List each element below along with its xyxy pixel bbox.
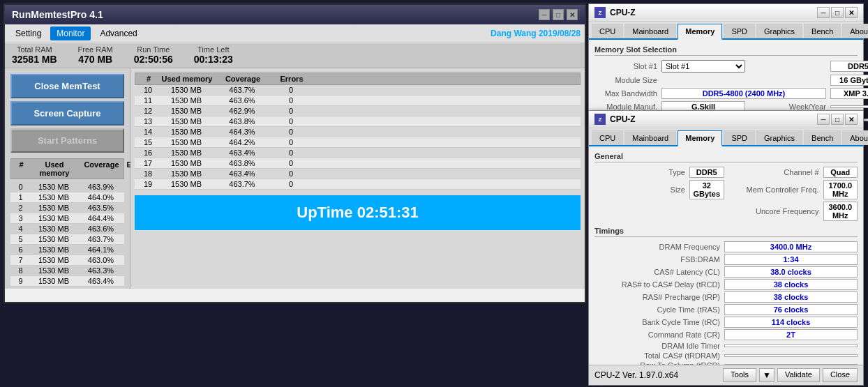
close-cpuz-button[interactable]: Close: [823, 368, 858, 382]
module-size-label: Module Size: [594, 76, 657, 84]
cpuz2-titlebar: Z CPU-Z ─ □ ✕: [589, 111, 863, 128]
type-value: DDR5: [830, 61, 868, 72]
rth-num: #: [138, 75, 159, 83]
memtest-title: RunMemtestPro 4.1: [12, 9, 103, 20]
timing-row: RAS# to CAS# Delay (tRCD) 38 clocks: [594, 279, 858, 290]
cpuz1-controls: ─ □ ✕: [817, 7, 858, 18]
lth-num: #: [13, 160, 30, 177]
menu-advanced[interactable]: Advanced: [93, 26, 143, 40]
general-section-title: General: [594, 152, 858, 162]
right-table-row: 12 1530 MB 462.9% 0: [135, 106, 581, 116]
cpuz-window-2: Z CPU-Z ─ □ ✕ CPU Mainboard Memory SPD G…: [588, 110, 864, 386]
left-table-row: 7 1530 MB 463.0% 0: [10, 255, 124, 266]
type2-value: DDR5: [689, 167, 724, 178]
cpuz1-tab-cpu[interactable]: CPU: [592, 24, 623, 38]
cpuz2-tab-cpu[interactable]: CPU: [592, 130, 623, 145]
timing-row: FSB:DRAM 1:34: [594, 254, 858, 265]
cpuz1-minimize[interactable]: ─: [817, 7, 830, 18]
left-table: 0 1530 MB 463.9% 0 1 1530 MB 464.0% 0 2 …: [10, 182, 124, 287]
maximize-btn[interactable]: □: [553, 9, 564, 20]
right-table-row: 18 1530 MB 463.4% 0: [135, 169, 581, 179]
close-btn[interactable]: ✕: [567, 9, 578, 20]
size2-value: 32 GBytes: [689, 180, 724, 199]
cpuz1-titlebar: Z CPU-Z ─ □ ✕: [589, 4, 863, 22]
right-table-row: 15 1530 MB 464.2% 0: [135, 137, 581, 148]
minimize-btn[interactable]: ─: [539, 9, 550, 20]
left-table-row: 0 1530 MB 463.9% 0: [10, 182, 124, 192]
right-table-header: # Used memory Coverage Errors: [135, 73, 581, 85]
cpuz2-tab-about[interactable]: About: [842, 130, 868, 145]
left-table-row: 4 1530 MB 463.6% 0: [10, 224, 124, 234]
cpuz1-tab-spd[interactable]: SPD: [724, 24, 755, 38]
memtest-menubar: Setting Monitor Advanced Dang Wang 2019/…: [5, 24, 585, 43]
timing-row: Total CAS# (tRDRAM): [594, 351, 858, 360]
left-panel: Close MemTest Screen Capture Start Patte…: [5, 68, 130, 289]
cpuz1-maximize[interactable]: □: [831, 7, 844, 18]
run-time-stat: Run Time 02:50:56: [134, 45, 173, 65]
rth-mem: Used memory: [159, 75, 215, 83]
left-table-row: 8 1530 MB 463.3% 0: [10, 266, 124, 276]
cpuz1-title-left: Z CPU-Z: [594, 7, 636, 18]
right-table: 10 1530 MB 463.7% 0 11 1530 MB 463.6% 0 …: [135, 85, 581, 190]
validate-button[interactable]: Validate: [777, 368, 820, 382]
menu-monitor[interactable]: Monitor: [50, 26, 91, 40]
tools-dropdown[interactable]: ▼: [759, 368, 775, 382]
start-patterns-button[interactable]: Start Patterns: [10, 128, 124, 153]
cpuz2-content: General Type DDR5 Channel # Quad Size 32…: [589, 146, 863, 377]
cpuz1-close[interactable]: ✕: [845, 7, 858, 18]
slot-label: Slot #1: [594, 62, 657, 70]
timing-row: DRAM Idle Timer: [594, 342, 858, 350]
uncore-label: Uncore Frequency: [728, 207, 819, 215]
timing-row: Bank Cycle Time (tRC) 114 clocks: [594, 317, 858, 328]
memtest-body: Close MemTest Screen Capture Start Patte…: [5, 68, 585, 289]
timings-table: DRAM Frequency 3400.0 MHz FSB:DRAM 1:34 …: [594, 241, 858, 370]
cpuz2-tab-graphics[interactable]: Graphics: [756, 130, 802, 145]
lth-cov: Coverage: [79, 160, 124, 177]
timing-row: Command Rate (CR) 2T: [594, 329, 858, 340]
right-table-row: 11 1530 MB 463.6% 0: [135, 96, 581, 106]
channel-label: Channel #: [728, 168, 819, 176]
cpuz2-controls: ─ □ ✕: [817, 114, 858, 125]
close-memtest-button[interactable]: Close MemTest: [10, 74, 124, 98]
left-table-row: 1 1530 MB 464.0% 0: [10, 192, 124, 203]
screen-capture-button[interactable]: Screen Capture: [10, 101, 124, 126]
free-ram-label: Free RAM: [78, 45, 113, 54]
cpuz1-tab-graphics[interactable]: Graphics: [756, 24, 802, 38]
cpuz2-tab-mainboard[interactable]: Mainboard: [624, 130, 676, 145]
cpuz2-minimize[interactable]: ─: [817, 114, 830, 125]
run-time-value: 02:50:56: [134, 54, 173, 65]
cpuz1-icon: Z: [594, 7, 606, 18]
spd-ext-value: XMP 3.0: [830, 88, 868, 99]
right-table-row: 14 1530 MB 464.3% 0: [135, 127, 581, 137]
cpuz1-tab-mainboard[interactable]: Mainboard: [624, 24, 676, 38]
mem-ctrl-label: Mem Controller Freq.: [728, 185, 819, 194]
uptime-display: UpTime 02:51:31: [135, 195, 581, 230]
dang-wang-label: Dang Wang 2019/08/28: [491, 29, 581, 38]
size2-label: Size: [594, 185, 685, 194]
tools-button[interactable]: Tools: [723, 368, 756, 382]
cpuz1-tab-bench[interactable]: Bench: [804, 24, 841, 38]
cpuz1-tab-about[interactable]: About: [842, 24, 868, 38]
cpuz2-tab-memory[interactable]: Memory: [678, 130, 722, 146]
tools-label: Tools: [731, 370, 749, 379]
cpuz2-maximize[interactable]: □: [831, 114, 844, 125]
rth-err: Errors: [271, 75, 313, 83]
timing-row: RAS# Precharge (tRP) 38 clocks: [594, 291, 858, 303]
week-year-value: [830, 105, 868, 108]
cpuz-version: CPU-Z Ver. 1.97.0.x64: [594, 370, 678, 380]
total-ram-stat: Total RAM 32581 MB: [12, 45, 57, 65]
left-table-row: 3 1530 MB 464.4% 0: [10, 213, 124, 224]
cpuz2-footer: CPU-Z Ver. 1.97.0.x64 Tools ▼ Validate C…: [589, 365, 863, 385]
cpuz2-tab-bench[interactable]: Bench: [804, 130, 841, 145]
slot-select[interactable]: Slot #1: [661, 60, 745, 73]
time-left-stat: Time Left 00:13:23: [194, 45, 233, 65]
lth-mem: Used memory: [30, 160, 79, 177]
right-table-row: 13 1530 MB 463.8% 0: [135, 116, 581, 127]
cpuz2-close[interactable]: ✕: [845, 114, 858, 125]
max-bw-label: Max Bandwidth: [594, 89, 657, 98]
left-table-row: 5 1530 MB 463.7% 0: [10, 234, 124, 245]
cpuz2-title-left: Z CPU-Z: [594, 114, 636, 125]
cpuz2-tab-spd[interactable]: SPD: [724, 130, 755, 145]
cpuz1-tab-memory[interactable]: Memory: [678, 24, 722, 40]
menu-setting[interactable]: Setting: [9, 26, 47, 40]
